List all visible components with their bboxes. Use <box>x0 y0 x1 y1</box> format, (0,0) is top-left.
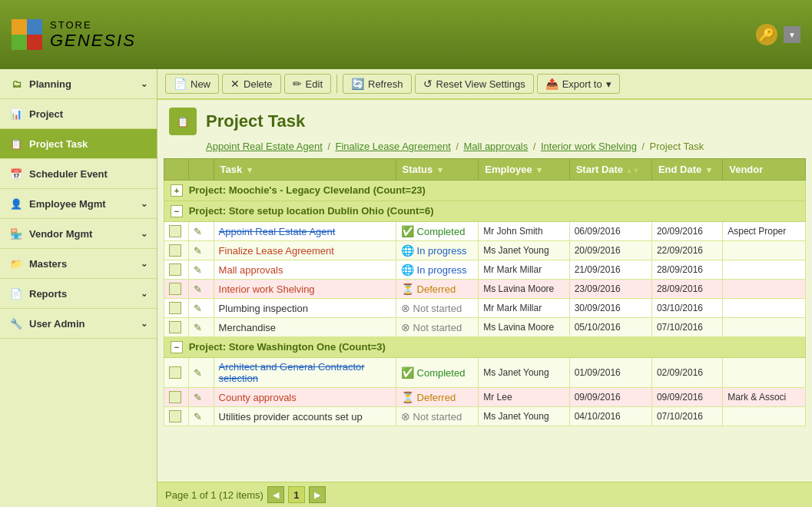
table-container[interactable]: Task ▾ Status ▾ Employee ▾ Start Date <box>157 158 812 482</box>
row-edit-icon[interactable]: ✎ <box>194 283 202 295</box>
row-checkbox[interactable] <box>169 225 181 237</box>
breadcrumb-link-3[interactable]: Mall approvals <box>463 141 528 152</box>
th-status[interactable]: Status ▾ <box>396 159 479 181</box>
pagination-label: Page 1 of 1 (12 items) <box>165 489 263 501</box>
sidebar-item-vendor-mgmt-label: Vendor Mgmt <box>29 228 92 240</box>
row-checkbox[interactable] <box>169 366 181 379</box>
new-button[interactable]: 📄 New <box>165 74 219 94</box>
next-page-button[interactable]: ▶ <box>309 486 326 503</box>
breadcrumb-link-1[interactable]: Appoint Real Estate Agent <box>206 141 323 152</box>
status-icon: ⊗ <box>401 410 410 422</box>
export-label: Export to <box>562 78 602 90</box>
th-enddate[interactable]: End Date ▾ <box>651 159 722 181</box>
task-text: Utilities provider accounts set up <box>219 411 363 422</box>
svg-rect-3 <box>27 35 42 50</box>
sidebar-item-planning[interactable]: 🗂 Planning ⌄ <box>0 69 157 99</box>
status-cell: 🌐 In progress <box>396 260 479 280</box>
sidebar-item-employee-mgmt-label: Employee Mgmt <box>29 198 106 210</box>
th-vendor[interactable]: Vendor <box>723 159 806 181</box>
delete-button[interactable]: ✕ Delete <box>222 74 281 94</box>
task-link[interactable]: Mall approvals <box>219 264 283 276</box>
breadcrumb-link-4[interactable]: Interior work Shelving <box>541 141 637 152</box>
th-task[interactable]: Task ▾ <box>214 159 396 181</box>
row-checkbox[interactable] <box>169 321 181 333</box>
status-badge: ⊗ Not started <box>401 321 462 333</box>
vendor-cell <box>723 241 806 260</box>
th-startdate[interactable]: Start Date ▲▼ <box>569 159 651 181</box>
task-link[interactable]: Finalize Lease Agreement <box>219 245 334 257</box>
breadcrumb: Appoint Real Estate Agent / Finalize Lea… <box>157 139 812 158</box>
task-link[interactable]: County approvals <box>219 392 297 403</box>
table-row: ✎ Finalize Lease Agreement 🌐 In progress… <box>164 241 806 260</box>
svg-rect-0 <box>12 19 27 35</box>
startdate-cell: 23/09/2016 <box>569 280 651 299</box>
prev-page-button[interactable]: ◀ <box>267 486 284 503</box>
task-cell: Merchandise <box>214 318 396 337</box>
employee-cell: Ms Lavina Moore <box>479 318 569 337</box>
row-edit-icon[interactable]: ✎ <box>194 226 202 237</box>
row-edit-icon[interactable]: ✎ <box>194 245 202 257</box>
expand-button[interactable]: ▼ <box>784 26 800 43</box>
sidebar-item-planning-label: Planning <box>29 78 71 90</box>
sidebar-item-reports[interactable]: 📄 Reports ⌄ <box>0 279 157 309</box>
user-admin-icon: 🔧 <box>9 316 23 330</box>
status-cell: ⏳ Deferred <box>396 280 479 299</box>
row-checkbox[interactable] <box>169 391 181 403</box>
export-button[interactable]: 📤 Export to ▾ <box>537 74 620 94</box>
logo: STORE GENESIS <box>12 19 136 51</box>
sidebar-item-project-label: Project <box>29 108 63 120</box>
logo-icon <box>12 19 42 50</box>
sidebar-item-user-admin[interactable]: 🔧 User Admin ⌄ <box>0 309 157 339</box>
startdate-cell: 09/09/2016 <box>569 388 651 407</box>
startdate-sort-icon[interactable]: ▲▼ <box>625 167 639 174</box>
row-checkbox[interactable] <box>169 302 181 314</box>
task-link[interactable]: Architect and General Contractor selecti… <box>219 361 365 384</box>
sidebar-item-project-task[interactable]: 📋 Project Task <box>0 129 157 159</box>
row-edit-icon[interactable]: ✎ <box>194 303 202 314</box>
table-row: ✎ Mall approvals 🌐 In progress Mr Mark M… <box>164 260 806 280</box>
row-edit-icon[interactable]: ✎ <box>194 392 202 403</box>
th-status-label: Status <box>403 164 433 175</box>
row-checkbox[interactable] <box>169 263 181 276</box>
refresh-icon: 🔄 <box>351 78 364 90</box>
sidebar-item-vendor-mgmt[interactable]: 🏪 Vendor Mgmt ⌄ <box>0 219 157 249</box>
task-link[interactable]: Interior work Shelving <box>219 283 315 295</box>
status-badge: ⊗ Not started <box>401 410 462 422</box>
status-badge: ⊗ Not started <box>401 302 462 314</box>
sidebar-item-employee-mgmt[interactable]: 👤 Employee Mgmt ⌄ <box>0 189 157 219</box>
vendor-cell <box>723 358 806 388</box>
task-link[interactable]: Appoint Real Estate Agent <box>219 226 336 237</box>
row-checkbox[interactable] <box>169 283 181 295</box>
edit-button[interactable]: ✏ Edit <box>284 74 331 94</box>
enddate-filter-icon[interactable]: ▾ <box>707 165 711 174</box>
th-startdate-label: Start Date <box>576 164 623 175</box>
group-collapse-icon[interactable]: − <box>171 205 183 217</box>
th-enddate-label: End Date <box>658 164 701 175</box>
row-edit-icon[interactable]: ✎ <box>194 264 202 276</box>
group-collapse-icon[interactable]: − <box>171 341 183 353</box>
row-edit-icon[interactable]: ✎ <box>194 367 202 379</box>
reset-button[interactable]: ↺ Reset View Settings <box>415 74 534 94</box>
row-edit-icon[interactable]: ✎ <box>194 322 202 333</box>
enddate-cell: 03/10/2016 <box>651 299 722 318</box>
startdate-cell: 04/10/2016 <box>569 407 651 426</box>
status-icon: ⏳ <box>401 391 414 403</box>
sidebar-item-scheduler[interactable]: 📅 Scheduler Event <box>0 159 157 189</box>
sidebar-item-masters[interactable]: 📁 Masters ⌄ <box>0 249 157 279</box>
employee-filter-icon[interactable]: ▾ <box>537 165 542 174</box>
task-filter-icon[interactable]: ▾ <box>247 165 252 174</box>
user-admin-arrow: ⌄ <box>141 319 147 329</box>
row-checkbox[interactable] <box>169 410 181 422</box>
group-collapse-icon[interactable]: + <box>171 184 183 197</box>
page-icon-symbol: 📋 <box>177 116 189 128</box>
breadcrumb-link-2[interactable]: Finalize Lease Agreement <box>335 141 450 152</box>
sidebar-item-project[interactable]: 📊 Project <box>0 99 157 129</box>
table-row: ✎ Plumbing inspection ⊗ Not started Mr M… <box>164 299 806 318</box>
th-employee[interactable]: Employee ▾ <box>479 159 569 181</box>
status-filter-icon[interactable]: ▾ <box>438 165 442 174</box>
row-edit-icon[interactable]: ✎ <box>194 411 202 422</box>
new-icon: 📄 <box>174 78 187 90</box>
refresh-button[interactable]: 🔄 Refresh <box>343 74 412 94</box>
row-checkbox[interactable] <box>169 244 181 257</box>
enddate-cell: 07/10/2016 <box>651 318 722 337</box>
